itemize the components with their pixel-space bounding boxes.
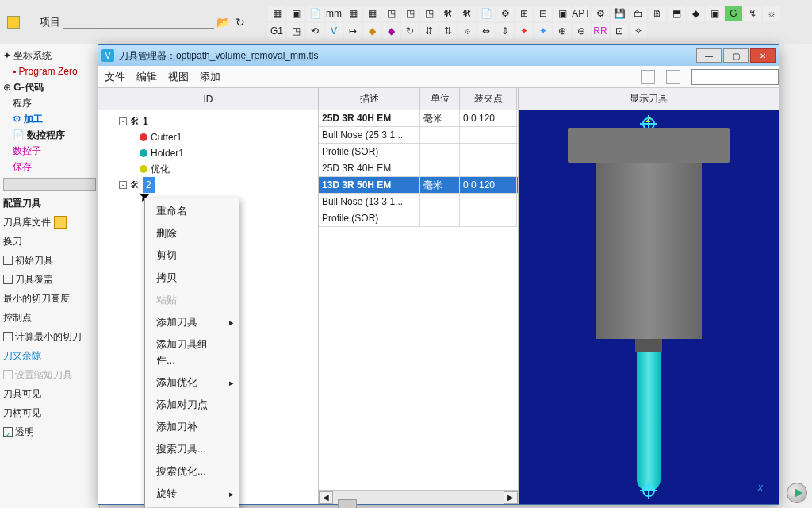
table-row[interactable]: 25D 3R 40H EM bbox=[319, 160, 518, 177]
toolbar-icon[interactable]: 🗎 bbox=[649, 6, 666, 21]
toolbar-icon[interactable]: ⊡ bbox=[611, 23, 628, 39]
dialog-titlebar[interactable]: V 刀具管理器：optipath_volume_removal_mm.tls —… bbox=[98, 45, 779, 66]
menu-view[interactable]: 视图 bbox=[168, 70, 189, 84]
toolbar-icon[interactable]: ▦ bbox=[344, 6, 362, 21]
toolbar-icon[interactable]: ▦ bbox=[363, 6, 381, 21]
table-hscroll[interactable]: ◀ ▶ bbox=[319, 490, 518, 504]
ctx-search-opt[interactable]: 搜索优化... bbox=[145, 460, 239, 483]
toolbar-icon[interactable]: mm bbox=[325, 6, 343, 21]
toolbar-icon[interactable]: ⊕ bbox=[553, 23, 571, 39]
toolbar-icon[interactable]: ↻ bbox=[401, 23, 419, 39]
scroll-thumb[interactable] bbox=[338, 499, 357, 509]
nav-node[interactable]: 数控子 bbox=[13, 143, 96, 159]
tree-node-holder1[interactable]: Holder1 bbox=[105, 145, 318, 161]
menu-file[interactable]: 文件 bbox=[105, 70, 125, 84]
project-field[interactable] bbox=[63, 16, 214, 29]
table-row[interactable]: 25D 3R 40H EM毫米0 0 120 bbox=[319, 110, 518, 127]
menu-edit[interactable]: 编辑 bbox=[136, 70, 157, 84]
maximize-button[interactable]: ▢ bbox=[723, 48, 749, 63]
toolbar-icon[interactable]: ✧ bbox=[630, 23, 647, 39]
ctx-add-comp[interactable]: 添加刀补 bbox=[145, 416, 239, 438]
close-button[interactable]: ✕ bbox=[750, 48, 776, 63]
toolbar-icon[interactable]: ▣ bbox=[706, 6, 723, 21]
toolbar-icon[interactable]: APT bbox=[573, 6, 590, 21]
menu-add[interactable]: 添加 bbox=[200, 70, 220, 84]
toolbar-icon[interactable]: G bbox=[725, 6, 742, 21]
ctx-copy[interactable]: 拷贝 bbox=[145, 267, 239, 289]
nav-node[interactable]: ⚙ 加工 bbox=[13, 111, 96, 127]
ctx-add-gage[interactable]: 添加对刀点 bbox=[145, 394, 239, 416]
toolbar-icon[interactable]: ⟲ bbox=[306, 23, 324, 39]
tree-node-cutter1[interactable]: Cutter1 bbox=[105, 129, 318, 145]
scroll-left-button[interactable]: ◀ bbox=[319, 491, 333, 504]
toolbar-icon[interactable]: ☼ bbox=[763, 6, 780, 21]
toolbar-icon[interactable]: RR bbox=[592, 23, 609, 39]
toolbar-icon[interactable]: 🗀 bbox=[630, 6, 647, 21]
search-input[interactable] bbox=[691, 69, 779, 85]
play-button[interactable] bbox=[787, 483, 807, 503]
table-row[interactable]: Bull Nose (13 3 1... bbox=[319, 194, 518, 210]
toolbar-icon[interactable]: ⊖ bbox=[573, 23, 590, 39]
table-row[interactable]: Profile (SOR) bbox=[319, 144, 518, 160]
tree-node-optimize[interactable]: 优化 bbox=[105, 161, 318, 177]
toolbar-icon[interactable]: ▣ bbox=[553, 6, 571, 21]
toolbar-icon[interactable]: G1 bbox=[268, 23, 285, 39]
tree-node-2[interactable]: -🛠2 bbox=[105, 177, 318, 193]
toolbar-icon[interactable]: ↯ bbox=[744, 6, 761, 21]
toolbar-icon[interactable]: ⟐ bbox=[458, 23, 476, 39]
toolbar-icon[interactable]: ⇕ bbox=[496, 23, 514, 39]
toolbar-icon[interactable]: ⚙ bbox=[496, 6, 514, 21]
toolbar-icon[interactable]: ◳ bbox=[420, 6, 438, 21]
toolbar-icon[interactable]: ◳ bbox=[401, 6, 419, 21]
scroll-right-button[interactable]: ▶ bbox=[504, 491, 518, 504]
refresh-icon[interactable]: ↻ bbox=[232, 14, 248, 30]
ctx-add-tool[interactable]: 添加刀具 bbox=[145, 311, 239, 333]
ctx-cut[interactable]: 剪切 bbox=[145, 244, 239, 267]
toolbar-icon[interactable]: ⊞ bbox=[515, 6, 533, 21]
toolbar-icon[interactable]: ⊟ bbox=[534, 6, 552, 21]
toolbar-icon[interactable]: ▣ bbox=[287, 6, 304, 21]
open-project-icon[interactable]: 📂 bbox=[215, 14, 231, 30]
nav-node[interactable]: ✦ 坐标系统 bbox=[3, 48, 96, 64]
toolbar-icon[interactable]: ◆ bbox=[382, 23, 400, 39]
toolbar-icon[interactable]: ✦ bbox=[534, 23, 552, 39]
find-opt-icon[interactable] bbox=[666, 70, 680, 84]
toolbar-icon[interactable]: ↦ bbox=[344, 23, 362, 39]
ctx-rotate[interactable]: 旋转 bbox=[145, 483, 239, 505]
toolbar-icon[interactable]: ◆ bbox=[687, 6, 704, 21]
table-row[interactable]: 13D 3R 50H EM毫米0 0 120 bbox=[319, 177, 518, 194]
minimize-button[interactable]: — bbox=[696, 48, 722, 63]
ctx-search-tool[interactable]: 搜索刀具... bbox=[145, 438, 239, 460]
toolbar-icon[interactable]: ⇅ bbox=[439, 23, 457, 39]
open-file-icon[interactable] bbox=[54, 216, 67, 229]
col-desc[interactable]: 描述 bbox=[319, 88, 420, 110]
ctx-add-opt[interactable]: 添加优化 bbox=[145, 371, 239, 394]
toolbar-icon[interactable]: ◆ bbox=[363, 23, 381, 39]
find-tool-icon[interactable] bbox=[641, 70, 655, 84]
preview-canvas[interactable]: x z bbox=[519, 110, 779, 504]
nav-node[interactable]: 程序 bbox=[13, 95, 96, 111]
toolbar-icon[interactable]: V bbox=[325, 23, 343, 39]
toolbar-icon[interactable]: ⬒ bbox=[668, 6, 685, 21]
opt-tool-override[interactable]: 刀具覆盖 bbox=[3, 271, 96, 287]
opt-transparent[interactable]: 透明 bbox=[3, 424, 96, 440]
toolbar-icon[interactable]: 🛠 bbox=[458, 6, 476, 21]
ctx-rename[interactable]: 重命名 bbox=[145, 200, 239, 222]
ctx-add-tool-comp[interactable]: 添加刀具组件... bbox=[145, 333, 239, 371]
toolbar-icon[interactable]: ✦ bbox=[515, 23, 533, 39]
col-unit[interactable]: 单位 bbox=[420, 88, 460, 110]
nav-hscroll[interactable] bbox=[3, 178, 96, 190]
table-row[interactable]: Profile (SOR) bbox=[319, 210, 518, 227]
toolbar-icon[interactable]: 💾 bbox=[611, 6, 628, 21]
nav-node[interactable]: 保存 bbox=[13, 159, 96, 175]
toolbar-icon[interactable]: ⇵ bbox=[420, 23, 438, 39]
table-row[interactable]: Bull Nose (25 3 1... bbox=[319, 127, 518, 144]
toolbar-icon[interactable]: ⇔ bbox=[477, 23, 495, 39]
toolbar-icon[interactable]: ⚙ bbox=[592, 6, 609, 21]
nav-node[interactable]: ⊕ G-代码 bbox=[3, 79, 96, 95]
toolbar-icon[interactable]: 🛠 bbox=[439, 6, 457, 21]
toolbar-icon[interactable]: ◳ bbox=[382, 6, 400, 21]
col-fix[interactable]: 装夹点 bbox=[460, 88, 517, 110]
opt-calc-min[interactable]: 计算最小的切刀 bbox=[3, 329, 96, 344]
toolbar-icon[interactable]: ◳ bbox=[287, 23, 304, 39]
